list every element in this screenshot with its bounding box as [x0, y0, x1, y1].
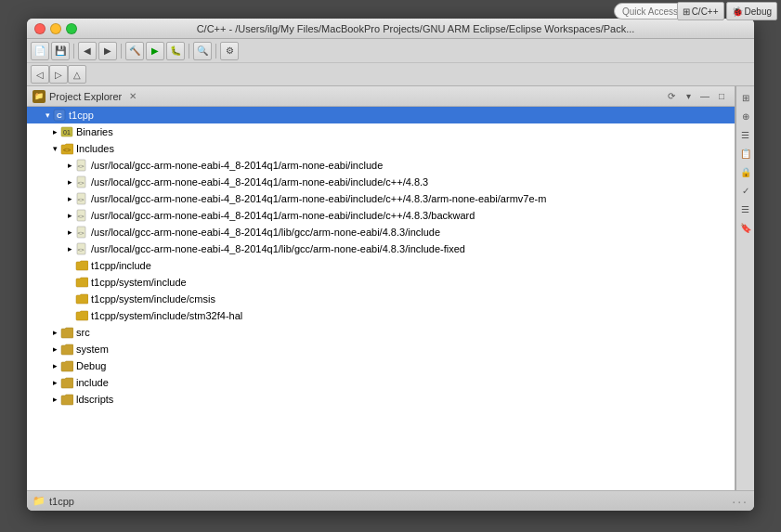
tree-item-ldscripts[interactable]: ▸ ldscripts — [27, 391, 735, 408]
toggle-includes[interactable]: ▾ — [49, 143, 60, 154]
panel-collapse-button[interactable]: ▾ — [681, 89, 696, 104]
includes-label: Includes — [76, 143, 114, 154]
tree-item-src[interactable]: ▸ src — [27, 324, 735, 341]
toolbar-build-button[interactable]: 🔨 — [125, 42, 144, 60]
right-icon-7[interactable]: ☰ — [738, 201, 753, 216]
toolbar-search-button[interactable]: 🔍 — [193, 42, 212, 60]
tree-item-binaries[interactable]: ▸ 01 Binaries — [27, 123, 735, 140]
close-button[interactable] — [34, 23, 46, 34]
perspective-cpp-button[interactable]: ⊞ C/C++ — [677, 19, 724, 20]
src-label: src — [76, 327, 90, 338]
tree-item-inc-6[interactable]: ▸ t1cpp/include — [27, 257, 735, 274]
status-folder-icon: 📁 — [33, 495, 46, 507]
toolbar-prev-button[interactable]: ◁ — [31, 65, 49, 84]
root-label: t1cpp — [69, 110, 94, 121]
tree-item-debug[interactable]: ▸ Debug — [27, 357, 735, 374]
right-icon-4[interactable]: 📋 — [738, 146, 753, 161]
toolbar-up-button[interactable]: △ — [68, 65, 86, 84]
tree-item-inc-5[interactable]: ▸ <> /usr/local/gcc-arm-none-eabi-4_8-20… — [27, 240, 735, 257]
toggle-inc-4[interactable]: ▸ — [64, 227, 75, 238]
window-title: C/C++ - /Users/ilg/My Files/MacBookPro P… — [85, 23, 747, 34]
toggle-inc-5[interactable]: ▸ — [64, 243, 75, 254]
toggle-inc-3[interactable]: ▸ — [64, 210, 75, 221]
project-explorer-panel: 📁 Project Explorer ✕ ⟳ ▾ — □ ▾ — [27, 86, 735, 490]
status-dots: ··· — [732, 494, 748, 509]
tree-item-inc-7[interactable]: ▸ t1cpp/system/include — [27, 274, 735, 291]
svg-text:C: C — [57, 111, 62, 120]
inc-label-5: /usr/local/gcc-arm-none-eabi-4_8-2014q1/… — [91, 243, 465, 254]
inc-label-1: /usr/local/gcc-arm-none-eabi-4_8-2014q1/… — [91, 176, 428, 188]
toolbar-debug-button[interactable]: 🐛 — [166, 42, 185, 60]
toolbar-save-button[interactable]: 💾 — [51, 42, 70, 60]
tree-item-includes[interactable]: ▾ <> Includes — [27, 140, 735, 157]
titlebar: C/C++ - /Users/ilg/My Files/MacBookPro P… — [27, 19, 754, 39]
svg-text:<>: <> — [77, 247, 85, 253]
tree-view[interactable]: ▾ C t1cpp ▸ — [27, 107, 735, 490]
right-icon-8[interactable]: 🔖 — [738, 220, 753, 235]
right-icon-2[interactable]: ⊕ — [738, 109, 753, 123]
main-content: 📁 Project Explorer ✕ ⟳ ▾ — □ ▾ — [27, 86, 754, 490]
include-folder-icon — [60, 376, 73, 389]
tree-item-inc-9[interactable]: ▸ t1cpp/system/include/stm32f4-hal — [27, 307, 735, 324]
toggle-inc-2[interactable]: ▸ — [64, 193, 75, 204]
inc-folder-icon-6 — [75, 259, 88, 272]
inc-label-0: /usr/local/gcc-arm-none-eabi-4_8-2014q1/… — [91, 160, 383, 171]
toolbar-sep-4 — [215, 44, 216, 58]
panel-minimize-button[interactable]: — — [697, 89, 712, 104]
toggle-ldscripts[interactable]: ▸ — [49, 394, 60, 405]
toolbar-row1: 📄 💾 ◀ ▶ 🔨 ▶ 🐛 🔍 ⚙ ⊞ C/C++ 🐞 — [27, 39, 754, 63]
minimize-button[interactable] — [50, 23, 61, 34]
toggle-src[interactable]: ▸ — [49, 327, 60, 338]
tree-item-inc-0[interactable]: ▸ <> /usr/local/gcc-arm-none-eabi-4_8-20… — [27, 157, 735, 174]
tree-item-inc-1[interactable]: ▸ <> /usr/local/gcc-arm-none-eabi-4_8-20… — [27, 174, 735, 190]
panel-close-icon[interactable]: ✕ — [129, 91, 137, 101]
tree-item-inc-4[interactable]: ▸ <> /usr/local/gcc-arm-none-eabi-4_8-20… — [27, 224, 735, 240]
project-icon: C — [53, 109, 66, 122]
toggle-system[interactable]: ▸ — [49, 344, 60, 355]
toolbar-sep-3 — [189, 44, 189, 58]
inc-folder-icon-9 — [75, 309, 88, 322]
toolbar-back-button[interactable]: ◀ — [78, 42, 97, 60]
right-icon-3[interactable]: ☰ — [738, 127, 753, 142]
binaries-label: Binaries — [76, 126, 113, 137]
right-icon-1[interactable]: ⊞ — [738, 90, 753, 105]
toggle-root[interactable]: ▾ — [42, 110, 53, 121]
svg-text:<>: <> — [77, 197, 85, 202]
tree-item-system[interactable]: ▸ system — [27, 341, 735, 357]
system-label: system — [76, 344, 109, 355]
toolbar-row2: ◁ ▷ △ — [27, 63, 754, 85]
maximize-button[interactable] — [66, 23, 77, 34]
toggle-binaries[interactable]: ▸ — [49, 126, 60, 137]
tree-item-inc-2[interactable]: ▸ <> /usr/local/gcc-arm-none-eabi-4_8-20… — [27, 190, 735, 207]
inc-file-icon-1: <> — [75, 175, 88, 188]
perspective-debug-button[interactable]: 🐞 Debug — [726, 19, 754, 20]
inc-file-icon-3: <> — [75, 209, 88, 222]
right-icon-5[interactable]: 🔒 — [738, 164, 753, 179]
panel-header: 📁 Project Explorer ✕ ⟳ ▾ — □ — [27, 86, 735, 107]
inc-file-icon-0: <> — [75, 159, 88, 172]
toolbar-fwd-button[interactable]: ▶ — [98, 42, 117, 60]
toolbar-area: 📄 💾 ◀ ▶ 🔨 ▶ 🐛 🔍 ⚙ ⊞ C/C++ 🐞 — [27, 39, 754, 86]
src-folder-icon — [60, 326, 73, 339]
toggle-include-folder[interactable]: ▸ — [49, 377, 60, 388]
tree-item-include-folder[interactable]: ▸ include — [27, 374, 735, 391]
tree-item-inc-3[interactable]: ▸ <> /usr/local/gcc-arm-none-eabi-4_8-20… — [27, 207, 735, 224]
svg-text:<>: <> — [77, 163, 85, 169]
panel-sync-button[interactable]: ⟳ — [664, 89, 679, 104]
toolbar-next-button[interactable]: ▷ — [49, 65, 68, 84]
toggle-debug[interactable]: ▸ — [49, 360, 60, 371]
panel-title-icon: 📁 — [33, 90, 46, 103]
inc-label-8: t1cpp/system/include/cmsis — [91, 293, 215, 305]
toggle-inc-1[interactable]: ▸ — [64, 176, 75, 188]
toggle-inc-0[interactable]: ▸ — [64, 160, 75, 171]
tree-item-inc-8[interactable]: ▸ t1cpp/system/include/cmsis — [27, 291, 735, 307]
toolbar-new-button[interactable]: 📄 — [31, 42, 49, 60]
statusbar: 📁 t1cpp ··· — [27, 490, 754, 511]
right-icon-6[interactable]: ✓ — [738, 183, 753, 198]
tree-item-root[interactable]: ▾ C t1cpp — [27, 107, 735, 123]
toolbar-run-button[interactable]: ▶ — [146, 42, 164, 60]
toolbar-prefs-button[interactable]: ⚙ — [220, 42, 239, 60]
inc-label-2: /usr/local/gcc-arm-none-eabi-4_8-2014q1/… — [91, 193, 546, 204]
panel-restore-button[interactable]: □ — [714, 89, 729, 104]
inc-label-7: t1cpp/system/include — [91, 277, 187, 288]
